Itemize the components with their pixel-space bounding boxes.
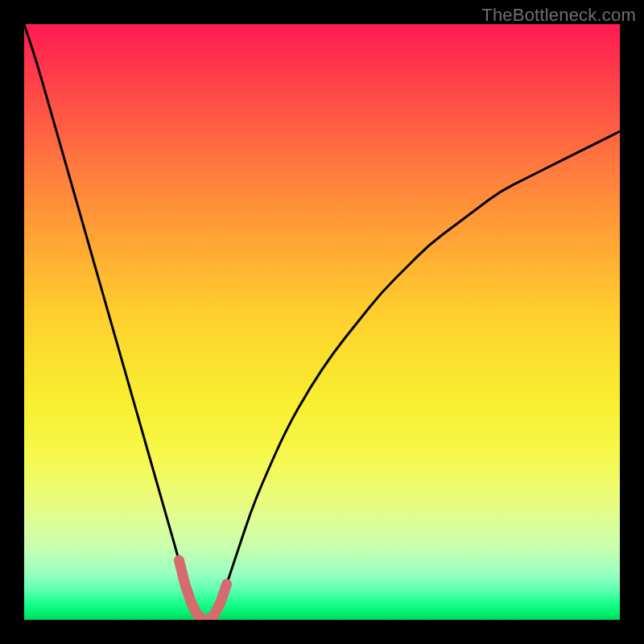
chart-svg: [24, 24, 620, 620]
bottleneck-curve: [24, 24, 620, 620]
curve-trough-highlight: [179, 560, 226, 620]
chart-frame: TheBottleneck.com: [0, 0, 644, 644]
watermark-text: TheBottleneck.com: [481, 5, 636, 26]
